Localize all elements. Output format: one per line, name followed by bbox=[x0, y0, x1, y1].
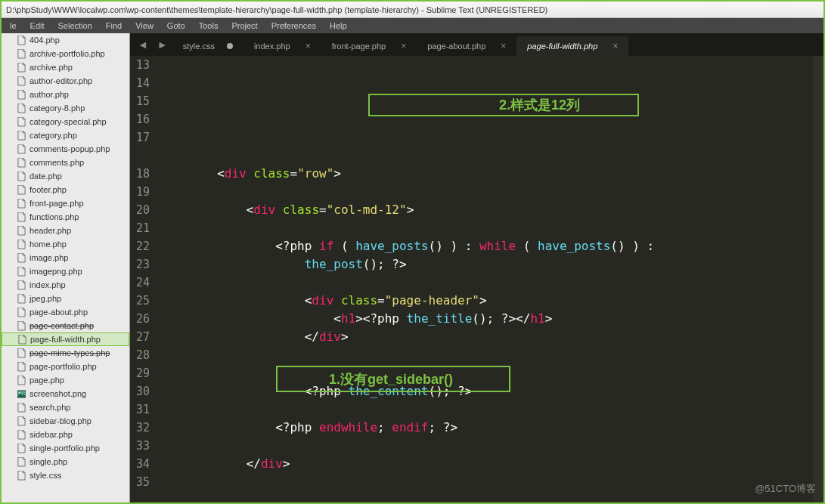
file-icon bbox=[17, 240, 26, 249]
line-number bbox=[136, 147, 150, 165]
menu-item-find[interactable]: Find bbox=[99, 21, 129, 30]
file-item-page-mime-types-php[interactable]: page-mime-types.php bbox=[2, 346, 129, 360]
file-label: page.php bbox=[29, 376, 64, 385]
line-number: 28 bbox=[136, 346, 150, 364]
line-number: 27 bbox=[136, 328, 150, 346]
file-icon bbox=[17, 90, 26, 99]
tab-index-php[interactable]: index.php× bbox=[243, 36, 321, 56]
file-label: front-page.php bbox=[29, 199, 84, 208]
file-item-page-full-width-php[interactable]: page-full-width.php bbox=[2, 332, 129, 346]
code-area[interactable]: 1314151617 18192021222324252627282930313… bbox=[130, 56, 823, 502]
line-number: 33 bbox=[136, 437, 150, 455]
tab-close-icon[interactable]: × bbox=[613, 41, 618, 51]
code-line: <div class="page-header"> bbox=[159, 292, 813, 310]
file-item-author-php[interactable]: author.php bbox=[2, 88, 129, 101]
tab-close-icon[interactable]: × bbox=[305, 41, 311, 51]
tab-bar: ◄ ► style.cssindex.php×front-page.php×pa… bbox=[130, 33, 823, 56]
line-number: 14 bbox=[136, 74, 150, 92]
file-item-jpeg-php[interactable]: jpeg.php bbox=[2, 292, 129, 305]
file-item-comments-php[interactable]: comments.php bbox=[2, 156, 129, 169]
tab-page-full-width-php[interactable]: page-full-width.php× bbox=[516, 36, 628, 56]
code-line: </div> bbox=[159, 455, 813, 473]
file-item-404-php[interactable]: 404.php bbox=[2, 33, 129, 47]
file-label: functions.php bbox=[29, 212, 79, 221]
file-item-home-php[interactable]: home.php bbox=[2, 237, 129, 251]
file-item-sidebar-php[interactable]: sidebar.php bbox=[2, 428, 129, 441]
code-content[interactable]: 2.样式是12列 1.没有get_sidebar() <div class="r… bbox=[159, 56, 813, 502]
line-number-gutter: 1314151617 18192021222324252627282930313… bbox=[130, 56, 159, 502]
file-item-single-php[interactable]: single.php bbox=[2, 455, 129, 468]
menu-item-le[interactable]: le bbox=[3, 21, 23, 30]
file-label: imagepng.php bbox=[29, 267, 82, 276]
file-icon bbox=[17, 104, 26, 113]
file-label: jpeg.php bbox=[29, 294, 61, 303]
file-item-functions-php[interactable]: functions.php bbox=[2, 210, 129, 224]
tab-nav-right-icon[interactable]: ► bbox=[153, 39, 172, 51]
file-item-page-about-php[interactable]: page-about.php bbox=[2, 305, 129, 319]
file-item-index-php[interactable]: index.php bbox=[2, 278, 129, 292]
file-item-archive-php[interactable]: archive.php bbox=[2, 60, 129, 74]
file-item-date-php[interactable]: date.php bbox=[2, 169, 129, 183]
file-label: single.php bbox=[29, 457, 67, 466]
file-icon bbox=[17, 416, 26, 425]
code-line: <?php if ( have_posts() ) : while ( have… bbox=[159, 237, 813, 255]
code-line: <div class="row"> bbox=[159, 165, 813, 183]
file-item-style-css[interactable]: style.css bbox=[2, 468, 129, 482]
file-icon bbox=[17, 376, 26, 385]
line-number: 31 bbox=[136, 400, 150, 419]
file-item-page-contact-php[interactable]: page-contact.php bbox=[2, 319, 129, 332]
file-label: category.php bbox=[29, 131, 77, 140]
file-item-category-8-php[interactable]: category-8.php bbox=[2, 101, 129, 115]
minimap[interactable] bbox=[813, 56, 823, 502]
file-icon bbox=[17, 362, 26, 371]
file-item-screenshot-png[interactable]: screenshot.png bbox=[2, 387, 129, 400]
menu-item-selection[interactable]: Selection bbox=[51, 21, 99, 30]
file-item-author-editor-php[interactable]: author-editor.php bbox=[2, 74, 129, 88]
menu-item-help[interactable]: Help bbox=[323, 21, 354, 30]
file-item-archive-portfolio-php[interactable]: archive-portfolio.php bbox=[2, 47, 129, 60]
line-number: 20 bbox=[136, 201, 150, 219]
file-item-sidebar-blog-php[interactable]: sidebar-blog.php bbox=[2, 414, 129, 428]
file-item-header-php[interactable]: header.php bbox=[2, 224, 129, 237]
file-label: page-full-width.php bbox=[30, 335, 101, 344]
file-label: sidebar.php bbox=[29, 430, 73, 439]
menu-item-view[interactable]: View bbox=[129, 21, 160, 30]
file-label: index.php bbox=[29, 280, 66, 289]
code-line bbox=[159, 183, 813, 201]
file-icon bbox=[17, 131, 26, 140]
window-title: D:\phpStudy\WWW\localwp.com\wp-content\t… bbox=[6, 5, 547, 14]
tab-close-icon[interactable]: × bbox=[401, 41, 406, 51]
file-item-footer-php[interactable]: footer.php bbox=[2, 183, 129, 196]
tab-close-icon[interactable]: × bbox=[501, 41, 506, 51]
file-item-page-php[interactable]: page.php bbox=[2, 373, 129, 387]
menu-item-project[interactable]: Project bbox=[225, 21, 264, 30]
file-item-front-page-php[interactable]: front-page.php bbox=[2, 196, 129, 210]
code-line: </div> bbox=[159, 328, 813, 346]
file-item-imagepng-php[interactable]: imagepng.php bbox=[2, 264, 129, 278]
file-icon bbox=[17, 172, 26, 181]
tab-page-about-php[interactable]: page-about.php× bbox=[417, 36, 516, 56]
file-icon bbox=[17, 308, 26, 317]
file-icon bbox=[17, 267, 26, 276]
file-item-single-portfolio-php[interactable]: single-portfolio.php bbox=[2, 441, 129, 455]
file-icon bbox=[17, 348, 26, 357]
menu-item-tools[interactable]: Tools bbox=[192, 21, 225, 30]
menu-item-preferences[interactable]: Preferences bbox=[265, 21, 323, 30]
file-label: footer.php bbox=[29, 185, 67, 194]
code-line bbox=[159, 491, 813, 502]
tab-nav-left-icon[interactable]: ◄ bbox=[133, 39, 153, 51]
menu-item-goto[interactable]: Goto bbox=[160, 21, 192, 30]
file-item-comments-popup-php[interactable]: comments-popup.php bbox=[2, 142, 129, 156]
tab-front-page-php[interactable]: front-page.php× bbox=[321, 36, 417, 56]
file-item-category-php[interactable]: category.php bbox=[2, 128, 129, 142]
file-label: page-mime-types.php bbox=[29, 348, 110, 357]
menu-item-edit[interactable]: Edit bbox=[23, 21, 51, 30]
tab-label: style.css bbox=[183, 42, 215, 51]
tab-style-css[interactable]: style.css bbox=[172, 36, 243, 56]
file-item-image-php[interactable]: image.php bbox=[2, 251, 129, 264]
window-titlebar: D:\phpStudy\WWW\localwp.com\wp-content\t… bbox=[2, 2, 823, 18]
sidebar-file-tree[interactable]: 404.phparchive-portfolio.phparchive.phpa… bbox=[2, 33, 130, 502]
file-item-search-php[interactable]: search.php bbox=[2, 400, 129, 414]
file-item-category-special-php[interactable]: category-special.php bbox=[2, 115, 129, 128]
file-item-page-portfolio-php[interactable]: page-portfolio.php bbox=[2, 360, 129, 373]
